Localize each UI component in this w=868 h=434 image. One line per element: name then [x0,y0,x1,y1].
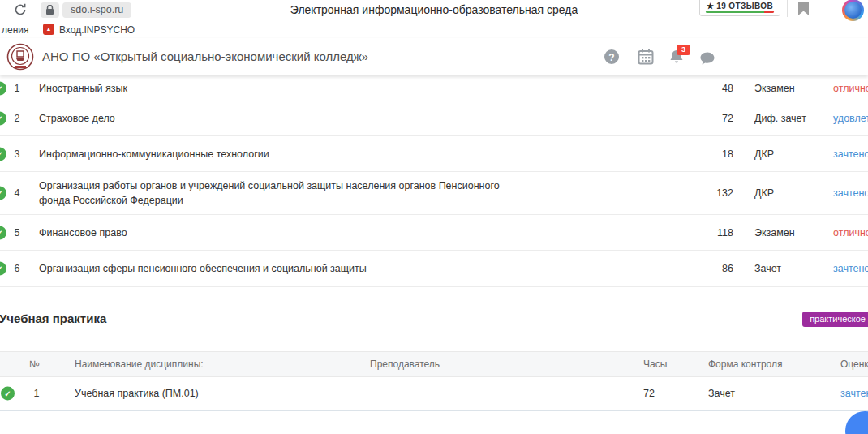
control-form-value: ДКР [754,148,774,160]
inpsycho-favicon [43,24,54,35]
col-discipline: Наименование дисциплины: [75,352,204,376]
status-complete-icon [0,226,6,239]
bookmark-item-partial[interactable]: ления [2,24,29,36]
grade-link[interactable]: зачтено [833,263,868,274]
status-complete-icon [0,187,6,200]
status-complete-icon [0,112,6,126]
control-form-value: Зачет [754,263,781,274]
status-complete-icon [0,147,6,161]
practice-link[interactable]: Учебная практика (ПМ.01) [75,388,199,399]
hours-value: 48 [696,83,733,94]
col-grade: Оценка [840,352,868,376]
chat-icon[interactable] [699,50,715,67]
discipline-link[interactable]: Страховое дело [39,111,509,126]
notification-badge: 3 [677,45,690,55]
toolbar-divider [787,0,788,17]
calendar-icon[interactable] [638,49,654,65]
status-complete-icon [0,81,6,95]
table-row: 5 Финансовое право 118 Экзамен отлично [0,215,868,251]
hours-value: 72 [643,388,655,399]
control-form-value: Диф. зачет [754,113,806,124]
practice-section-title: Учебная практика [0,312,106,325]
bookmark-icon[interactable] [798,2,809,15]
svg-text:?: ? [608,52,614,63]
grade-link[interactable]: зачтено [833,148,868,160]
row-number: 5 [10,227,24,238]
discipline-link[interactable]: Организация сферы пенсионного обеспечени… [39,261,509,276]
row-number: 4 [10,187,24,199]
table-row: 6 Организация сферы пенсионного обеспече… [0,251,868,287]
table-row: 3 Информационно-коммуникационные техноло… [0,136,868,172]
hours-value: 118 [696,227,733,238]
hours-value: 72 [696,113,733,124]
grade-link[interactable]: отлично [833,83,868,94]
browser-bar: sdo.i-spo.ru Электронная информационно-о… [0,0,868,21]
practice-row: 1 Учебная практика (ПМ.01) 72 Зачет зачт… [0,376,868,411]
table-row: 2 Страховое дело 72 Диф. зачет удовлетво… [0,101,868,136]
grade-link[interactable]: отлично [833,227,868,238]
status-complete-icon [1,387,15,401]
discipline-link[interactable]: Информационно-коммуникационные технологи… [39,146,509,161]
hours-value: 18 [696,148,733,160]
bookmarks-bar: ления Вход.INPSYCHO [0,21,868,39]
discipline-link[interactable]: Финансовое право [39,225,509,239]
reviews-button[interactable]: 19 ОТЗЫВОВ [699,0,780,16]
control-form-value: Экзамен [754,83,795,94]
reviews-label: 19 ОТЗЫВОВ [716,2,773,11]
hours-value: 86 [696,263,733,274]
table-row: 4 Организация работы органов и учреждени… [0,172,868,215]
discipline-link[interactable]: Организация работы органов и учреждений … [39,178,509,208]
practice-type-badge: практическое [802,312,868,327]
control-form-value: ДКР [754,187,774,199]
lock-icon[interactable] [41,2,59,18]
url-chip[interactable]: sdo.i-spo.ru [62,2,131,18]
screen: sdo.i-spo.ru Электронная информационно-о… [0,0,868,434]
hours-value: 132 [696,187,733,199]
row-number: 6 [10,263,24,274]
col-control-form: Форма контроля [708,352,783,376]
grade-link[interactable]: зачтено [840,388,868,399]
control-form-value: Экзамен [754,227,795,238]
fab-chat-button[interactable] [845,411,868,434]
row-number: 1 [29,388,44,399]
row-number: 2 [10,113,24,124]
row-number: 3 [10,148,24,160]
grade-link[interactable]: удовлетворительно [833,113,868,124]
star-icon [707,2,714,11]
rating-bar [706,11,774,13]
table-row: 1 Иностранный язык 48 Экзамен отлично [0,75,868,101]
status-complete-icon [0,262,6,276]
college-title: АНО ПО «Открытый социально-экономический… [42,38,368,75]
discipline-link[interactable]: Иностранный язык [39,80,509,95]
avatar[interactable] [842,0,864,21]
practice-table-header: № Наименование дисциплины: Преподаватель… [0,351,868,377]
page-title: Электронная информационно-образовательна… [243,3,625,16]
col-hours: Часы [643,352,667,376]
grade-link[interactable]: зачтено [833,187,868,199]
reload-icon[interactable] [13,2,28,17]
col-teacher: Преподаватель [370,352,440,376]
bookmark-item-inpsycho[interactable]: Вход.INPSYCHO [59,24,135,36]
control-form-value: Зачет [708,388,735,399]
help-icon[interactable]: ? [604,49,620,65]
grades-table: 1 Иностранный язык 48 Экзамен отлично 2 … [0,75,868,287]
row-number: 1 [10,83,24,94]
college-logo[interactable] [6,43,34,71]
site-header: АНО ПО «Открытый социально-экономический… [0,38,868,75]
col-number: № [29,352,40,376]
